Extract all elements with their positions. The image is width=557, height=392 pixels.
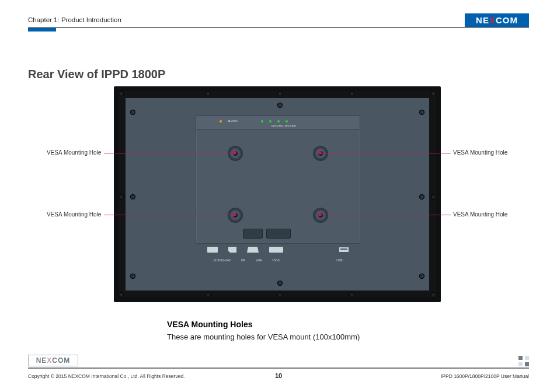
- frame-screw-icon: [119, 194, 124, 200]
- dvi-connector-icon: [266, 229, 291, 239]
- lan-led-icon: [277, 120, 280, 123]
- lan-led-icon: [269, 120, 271, 123]
- dvi-port-icon: [269, 247, 283, 253]
- header-accent-mark: [28, 28, 56, 32]
- svg-rect-0: [207, 247, 218, 253]
- vesa-plate: ⏻ MENU LAN1 LAN2 LAN3 LAN4: [196, 116, 360, 244]
- frame-screw-icon: [119, 292, 124, 298]
- callout-line: [104, 215, 235, 215]
- logo-x: X: [489, 15, 496, 25]
- dp-port-icon: [228, 247, 236, 253]
- panel-screw-icon: [419, 274, 424, 279]
- svg-marker-2: [247, 247, 259, 253]
- copyright-text: Copyright © 2015 NEXCOM International Co…: [28, 373, 184, 379]
- panel-screw-icon: [130, 274, 135, 279]
- svg-rect-5: [340, 249, 347, 250]
- frame-screw-icon: [277, 91, 283, 96]
- frame-screw-icon: [431, 91, 436, 96]
- frame-screw-icon: [431, 194, 436, 200]
- page-title: Rear View of IPPD 1800P: [28, 68, 165, 81]
- callout-bottom-right: VESA Mounting Hole: [453, 211, 507, 218]
- usb-port-icon: [339, 247, 349, 252]
- vga-connector-icon: [243, 229, 263, 239]
- led-label-left: ⏻ MENU: [228, 120, 238, 123]
- callout-line: [320, 215, 451, 215]
- callout-top-right: VESA Mounting Hole: [453, 149, 507, 156]
- footer-logo-post: COM: [52, 356, 70, 365]
- chapter-label: Chapter 1: Product Introduction: [28, 16, 121, 23]
- page-number: 10: [275, 372, 282, 379]
- led-label-right: LAN1 LAN2 LAN3 LAN4: [271, 124, 296, 127]
- panel-screw-icon: [419, 194, 424, 200]
- footer-logo-pre: NE: [36, 356, 47, 365]
- panel-screw-icon: [130, 110, 135, 115]
- panel-screw-icon: [419, 110, 424, 115]
- vga-port-icon: [247, 247, 259, 253]
- panel-screw-icon: [277, 103, 283, 108]
- frame-screw-icon: [119, 91, 124, 96]
- description-heading: VESA Mounting Holes: [167, 320, 252, 329]
- dc-in-port-icon: [207, 247, 218, 253]
- callout-bottom-left: VESA Mounting Hole: [47, 211, 101, 218]
- brand-logo: NEXCOM: [465, 13, 529, 27]
- port-label: DP: [241, 258, 245, 262]
- port-label: USB: [336, 258, 342, 262]
- lan-led-icon: [261, 120, 263, 123]
- frame-screw-icon: [431, 292, 436, 298]
- frame-screw-icon: [277, 292, 283, 298]
- callout-line: [320, 153, 451, 153]
- port-label: DVI-D: [273, 258, 281, 262]
- footer-logo: NEXCOM: [28, 355, 78, 366]
- footer-logo-x: X: [47, 356, 52, 365]
- panel-screw-icon: [277, 281, 283, 286]
- port-label: DCIN12~24V: [213, 258, 231, 262]
- svg-rect-3: [269, 247, 283, 253]
- frame-screw-icon: [206, 292, 211, 298]
- power-led-icon: [220, 120, 222, 123]
- device-rear-diagram: ⏻ MENU LAN1 LAN2 LAN3 LAN4: [114, 86, 441, 302]
- callout-line: [104, 153, 235, 153]
- frame-screw-icon: [206, 91, 211, 96]
- logo-post: COM: [496, 15, 518, 25]
- description-body: These are mounting holes for VESA mount …: [167, 332, 360, 341]
- lan-led-icon: [286, 120, 288, 123]
- port-label: VGA: [256, 258, 262, 262]
- document-name: IPPD 1600P/1800P/2100P User Manual: [441, 373, 529, 379]
- port-icon-row: [196, 246, 360, 254]
- svg-marker-1: [228, 247, 236, 253]
- panel-screw-icon: [130, 194, 135, 200]
- header-rule: [28, 27, 529, 28]
- footer-rule: [28, 368, 529, 369]
- logo-pre: NE: [476, 15, 489, 25]
- footer-ornament-icon: [518, 356, 529, 366]
- callout-top-left: VESA Mounting Hole: [47, 149, 101, 156]
